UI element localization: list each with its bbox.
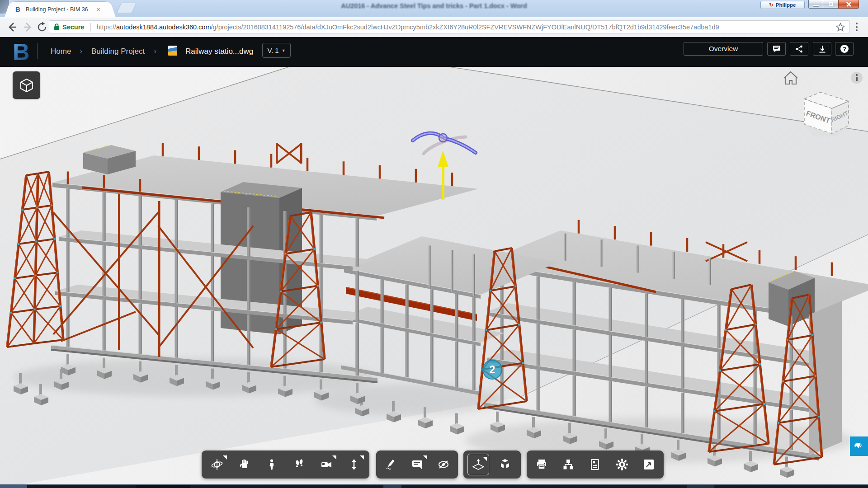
fullscreen-icon bbox=[643, 459, 655, 470]
explode-tool[interactable] bbox=[493, 453, 517, 476]
file-name: Railway statio...dwg bbox=[185, 47, 253, 56]
bookmark-star-icon[interactable] bbox=[836, 23, 845, 32]
camera-tool[interactable] bbox=[315, 453, 338, 476]
walk-tool[interactable] bbox=[288, 453, 311, 476]
header-separator bbox=[37, 43, 38, 59]
dwg-file-icon bbox=[167, 45, 178, 56]
feedback-button[interactable] bbox=[850, 436, 868, 456]
overview-button[interactable]: Overview bbox=[684, 42, 763, 56]
markup-tool[interactable] bbox=[379, 453, 402, 476]
megaphone-icon bbox=[853, 441, 865, 452]
cube-icon bbox=[19, 77, 35, 94]
orbit-tool[interactable] bbox=[205, 453, 229, 476]
browser-menu-icon[interactable] bbox=[856, 23, 858, 33]
chevron-icon: › bbox=[80, 47, 82, 55]
properties-tool[interactable] bbox=[583, 453, 607, 476]
url-text: https://autodesk1884.autodesk360.com/g/p… bbox=[96, 23, 832, 31]
forward-button[interactable] bbox=[22, 21, 33, 33]
viewer-3d[interactable]: FRONT RIGHT 2 bbox=[0, 67, 868, 488]
section-tool-selected[interactable] bbox=[467, 454, 489, 475]
info-icon[interactable] bbox=[851, 72, 863, 84]
new-tab-button[interactable] bbox=[117, 3, 136, 13]
person-icon bbox=[266, 459, 278, 470]
explode-cube-icon bbox=[499, 458, 511, 471]
browser-toolbar: Secure https://autodesk1884.autodesk360.… bbox=[0, 17, 868, 37]
lock-icon bbox=[54, 23, 60, 30]
chevron-icon: › bbox=[154, 47, 156, 55]
download-icon bbox=[819, 45, 826, 53]
settings-tools-group bbox=[527, 450, 664, 479]
reload-button[interactable] bbox=[36, 21, 48, 33]
address-bar[interactable]: Secure https://autodesk1884.autodesk360.… bbox=[49, 20, 850, 33]
help-button[interactable]: ? bbox=[835, 42, 854, 56]
tab-close-icon[interactable]: × bbox=[96, 6, 100, 13]
printer-icon bbox=[536, 459, 547, 470]
download-button[interactable] bbox=[813, 42, 831, 56]
hide-tool[interactable] bbox=[432, 453, 455, 476]
window-titlebar: AU2016 - Advance Steel Tips and tricks -… bbox=[0, 0, 868, 17]
model-browser-tool[interactable] bbox=[557, 453, 580, 476]
footsteps-icon bbox=[293, 459, 305, 470]
tab-title: Building Project - BIM 36 bbox=[26, 6, 94, 13]
view-home-cube-button[interactable] bbox=[13, 71, 40, 99]
properties-icon bbox=[589, 459, 601, 470]
print-tool[interactable] bbox=[530, 453, 553, 476]
gear-icon bbox=[616, 458, 628, 471]
comment-tool[interactable] bbox=[406, 453, 429, 476]
back-button[interactable] bbox=[6, 21, 18, 33]
settings-tool[interactable] bbox=[610, 453, 634, 476]
omnibox-divider bbox=[90, 23, 91, 31]
comment-button[interactable] bbox=[767, 42, 786, 56]
camera-height-tool[interactable] bbox=[342, 453, 366, 476]
security-chip[interactable]: Secure bbox=[54, 23, 84, 31]
issue-marker[interactable]: 2 bbox=[482, 360, 502, 380]
updown-arrow-icon bbox=[348, 459, 360, 470]
fullscreen-tool[interactable] bbox=[637, 453, 660, 476]
bim360-header: B Home › Building Project › Railway stat… bbox=[0, 37, 868, 67]
markup-tools-group bbox=[376, 450, 458, 479]
comment-bubble-icon bbox=[411, 459, 423, 470]
browser-tab[interactable]: B Building Project - BIM 36 × bbox=[12, 2, 108, 17]
pencil-icon bbox=[385, 459, 396, 470]
share-icon bbox=[795, 45, 803, 53]
eye-slash-icon bbox=[437, 458, 450, 471]
breadcrumb-project[interactable]: Building Project bbox=[91, 47, 145, 56]
viewcube[interactable]: FRONT RIGHT bbox=[804, 92, 849, 136]
close-button[interactable] bbox=[838, 0, 859, 9]
profile-badge[interactable]: ↻ Philippe bbox=[760, 1, 805, 9]
taskbar-sliver[interactable] bbox=[0, 484, 868, 488]
browser-window: AU2016 - Advance Steel Tips and tricks -… bbox=[0, 0, 868, 488]
pan-tool[interactable] bbox=[233, 453, 256, 476]
maximize-button[interactable] bbox=[823, 0, 838, 9]
camera-icon bbox=[320, 458, 333, 471]
breadcrumb-home[interactable]: Home bbox=[51, 47, 71, 56]
orbit-icon bbox=[211, 458, 223, 471]
profile-name: Philippe bbox=[776, 2, 796, 8]
first-person-tool[interactable] bbox=[260, 453, 283, 476]
model-tree-icon bbox=[562, 459, 574, 470]
home-view-icon[interactable] bbox=[784, 72, 797, 84]
sync-icon: ↻ bbox=[769, 2, 774, 8]
bim360-favicon: B bbox=[15, 6, 23, 13]
pan-hand-icon bbox=[239, 459, 250, 470]
minimize-button[interactable] bbox=[808, 0, 823, 9]
issue-marker-label: 2 bbox=[490, 364, 495, 376]
bim360-logo[interactable]: B bbox=[11, 39, 36, 65]
version-dropdown[interactable]: V. 1▼ bbox=[262, 43, 291, 58]
background-window-title: AU2016 - Advance Steel Tips and tricks -… bbox=[289, 2, 579, 9]
share-button[interactable] bbox=[790, 42, 808, 56]
section-tools-group bbox=[463, 450, 521, 479]
window-controls bbox=[808, 0, 859, 9]
nav-tools-group bbox=[202, 450, 369, 479]
model-3d-canvas[interactable]: FRONT RIGHT bbox=[0, 67, 868, 488]
help-icon: ? bbox=[840, 44, 849, 53]
svg-text:B: B bbox=[13, 39, 30, 65]
svg-text:?: ? bbox=[843, 46, 846, 52]
comment-icon bbox=[773, 45, 781, 52]
